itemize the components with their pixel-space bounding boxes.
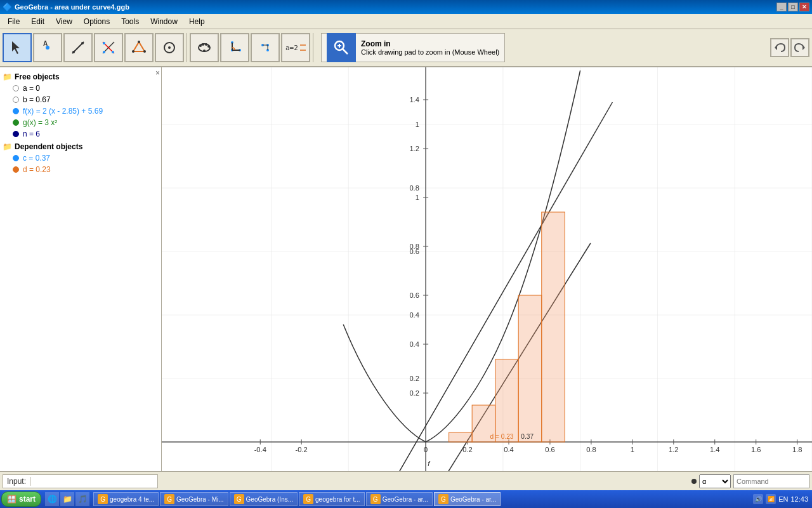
obj-f-dot — [13, 108, 19, 114]
tool-polygon[interactable] — [124, 33, 154, 62]
obj-a-label: a = 0 — [23, 84, 40, 93]
obj-g-dot — [13, 119, 19, 126]
obj-b[interactable]: b = 0.67 — [3, 94, 159, 105]
taskbar-icon-2: G — [234, 494, 244, 504]
taskbar-app-1[interactable]: G GeoGebra - Mi... — [160, 492, 228, 506]
svg-text:0.8: 0.8 — [409, 184, 419, 192]
svg-text:0.8: 0.8 — [409, 243, 419, 250]
tool-formula[interactable]: a=2 — [281, 33, 310, 62]
system-tray: 🔊 📶 EN 12:43 — [753, 494, 811, 504]
start-icon: 🪟 — [7, 495, 16, 504]
taskbar-app-label-5: GeoGebra - ar... — [450, 496, 496, 503]
svg-text:d = 0.23: d = 0.23 — [490, 433, 514, 440]
obj-d[interactable]: d = 0.23 — [3, 164, 159, 175]
menu-options[interactable]: Options — [79, 16, 115, 27]
obj-a[interactable]: a = 0 — [3, 83, 159, 94]
ql-media[interactable]: 🎵 — [75, 492, 89, 506]
svg-text:0.4: 0.4 — [409, 311, 419, 319]
menu-edit[interactable]: Edit — [26, 16, 49, 27]
svg-point-13 — [132, 50, 134, 53]
svg-rect-103 — [495, 359, 519, 442]
svg-point-11 — [138, 41, 140, 43]
svg-point-12 — [143, 50, 146, 53]
obj-n[interactable]: n = 6 — [3, 128, 159, 140]
free-objects-header: 📁 Free objects — [3, 72, 159, 81]
svg-point-3 — [72, 51, 75, 53]
toolbar: A — [0, 29, 812, 67]
quick-launch: 🌐 📁 🎵 — [45, 492, 89, 506]
obj-f-label: f(x) = 2 (x - 2.85) + 5.69 — [23, 107, 103, 116]
tool-angle[interactable] — [220, 33, 249, 62]
drawing-area[interactable]: n = 6 — [162, 67, 812, 471]
title-bar-controls: _ □ ✕ — [776, 3, 809, 11]
command-area: α — [691, 474, 809, 488]
obj-n-dot — [13, 131, 19, 137]
alpha-select[interactable]: α — [699, 474, 731, 488]
taskbar-app-5[interactable]: G GeoGebra - ar... — [434, 492, 501, 506]
menu-window[interactable]: Window — [145, 16, 183, 27]
zoom-info-text: Zoom in Click drawing pad to zoom in (Mo… — [361, 39, 499, 56]
clock: 12:43 — [790, 495, 808, 503]
svg-text:1.2: 1.2 — [669, 446, 679, 453]
svg-text:1: 1 — [416, 194, 419, 201]
zoom-icon — [327, 33, 356, 62]
svg-point-4 — [81, 42, 84, 44]
ql-ie[interactable]: 🌐 — [45, 492, 59, 506]
obj-f[interactable]: f(x) = 2 (x - 2.85) + 5.69 — [3, 105, 159, 117]
input-field[interactable] — [30, 477, 157, 486]
svg-point-9 — [103, 51, 105, 53]
sidebar: × 📁 Free objects a = 0 b = 0.67 f(x) = 2… — [0, 67, 162, 471]
svg-rect-105 — [542, 212, 565, 442]
svg-text:A: A — [43, 40, 48, 47]
svg-text:0.4: 0.4 — [504, 446, 514, 453]
sidebar-close-button[interactable]: × — [155, 69, 160, 77]
taskbar-icon-0: G — [98, 494, 108, 504]
tool-perpendicular[interactable] — [94, 33, 123, 62]
tool-undo[interactable] — [770, 38, 789, 57]
close-button[interactable]: ✕ — [799, 3, 809, 11]
tool-circle[interactable] — [155, 33, 184, 62]
taskbar-app-label-2: GeoGebra (Ins... — [246, 496, 293, 503]
tool-pointer[interactable] — [3, 33, 32, 62]
zoom-title: Zoom in — [361, 39, 499, 48]
zoom-desc: Click drawing pad to zoom in (Mouse Whee… — [361, 48, 499, 56]
command-input[interactable] — [733, 474, 809, 488]
tool-group-basic: A — [3, 33, 187, 62]
tool-group-transform: a=2 — [190, 33, 313, 62]
minimize-button[interactable]: _ — [776, 3, 787, 11]
status-bar: Input: α — [0, 471, 812, 490]
menu-tools[interactable]: Tools — [116, 16, 144, 27]
svg-point-15 — [168, 46, 171, 49]
taskbar-app-0[interactable]: G geogebra 4 te... — [93, 492, 159, 506]
obj-g[interactable]: g(x) = 3 x² — [3, 117, 159, 128]
svg-point-21 — [203, 50, 206, 52]
svg-text:0.2: 0.2 — [409, 375, 419, 382]
obj-c[interactable]: c = 0.37 — [3, 152, 159, 164]
main-area: × 📁 Free objects a = 0 b = 0.67 f(x) = 2… — [0, 67, 812, 471]
svg-text:-0.2: -0.2 — [296, 446, 308, 453]
tool-line[interactable] — [63, 33, 93, 62]
taskbar-app-2[interactable]: G GeoGebra (Ins... — [230, 492, 298, 506]
svg-text:0.6: 0.6 — [409, 291, 419, 299]
tool-redo[interactable] — [790, 38, 809, 57]
tool-point[interactable]: A — [33, 33, 62, 62]
menu-help[interactable]: Help — [184, 16, 210, 27]
ql-folder[interactable]: 📁 — [60, 492, 74, 506]
menu-view[interactable]: View — [51, 16, 77, 27]
tool-transform[interactable] — [251, 33, 280, 62]
svg-text:1.6: 1.6 — [751, 446, 761, 453]
svg-rect-101 — [449, 432, 473, 442]
start-button[interactable]: 🪟 start — [1, 491, 41, 507]
menu-file[interactable]: File — [3, 16, 25, 27]
graph-svg: -0.4 -0.2 0 0.2 0.4 0.6 0.8 1 1.2 1.4 1.… — [162, 67, 812, 471]
app-icon: 🔷 — [3, 3, 12, 11]
maximize-button[interactable]: □ — [788, 3, 798, 11]
taskbar-app-4[interactable]: G GeoGebra - ar... — [366, 492, 433, 506]
free-objects-label: Free objects — [15, 72, 60, 81]
svg-point-8 — [112, 51, 114, 53]
taskbar-app-3[interactable]: G geogebra for t... — [299, 492, 365, 506]
menu-bar: File Edit View Options Tools Window Help — [0, 14, 812, 29]
svg-text:1.8: 1.8 — [792, 446, 802, 453]
svg-text:1: 1 — [416, 121, 419, 128]
tool-conic[interactable] — [190, 33, 219, 62]
